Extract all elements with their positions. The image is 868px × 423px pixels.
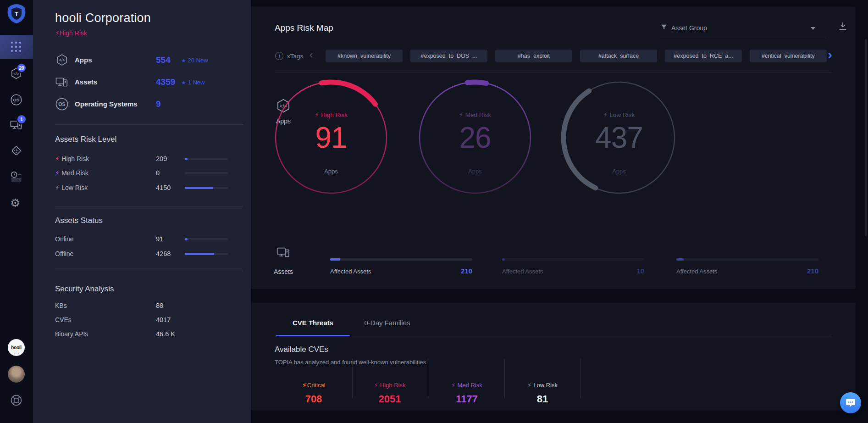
active-tab-underline	[276, 335, 350, 336]
chat-widget-button[interactable]	[840, 392, 861, 413]
org-summary-panel: hooli Corporation ⚡High Risk </> Apps 55…	[33, 0, 251, 423]
gauge-risk-label: ⚡ High Risk	[271, 111, 391, 118]
chevron-right-icon[interactable]: ›	[828, 47, 832, 62]
affected-assets-med: Affected Assets 10	[502, 258, 644, 275]
svg-text:</>: </>	[59, 58, 65, 62]
affected-assets-low: Affected Assets 210	[676, 258, 818, 275]
affected-assets-bar	[330, 258, 472, 261]
stat-low-risk: ⚡ Low Risk 81	[506, 382, 579, 405]
tab-cve-threats[interactable]: CVE Threats	[276, 319, 350, 330]
divider	[352, 359, 353, 398]
assets-monitor-icon	[276, 245, 291, 260]
section-title-security-analysis: Security Analysis	[55, 284, 114, 294]
gauge-risk-label: ⚡ Low Risk	[559, 111, 679, 118]
apps-new-count: ★ 20 New	[181, 57, 208, 64]
security-row-cves: CVEs 4017	[33, 315, 251, 325]
counter-row-apps[interactable]: </> Apps 554 ★ 20 New	[33, 53, 251, 70]
affected-assets-bar	[502, 258, 644, 261]
gauge-risk-label: ⚡ Med Risk	[415, 111, 535, 118]
xtags-nav-icon[interactable]	[10, 144, 23, 157]
divider	[275, 336, 832, 336]
bolt-icon: ⚡	[55, 169, 61, 177]
org-avatar[interactable]: hooli	[8, 339, 25, 356]
cve-threats-card: CVE Threats 0-Day Families Available CVE…	[251, 303, 856, 411]
download-icon[interactable]	[838, 21, 848, 31]
security-row-binary-apis: Binary APIs 46.6 K	[33, 329, 251, 340]
assets-new-count: ★ 1 New	[181, 79, 205, 86]
icon-rail: T </> 20 OS 1 ⚙ hooli	[0, 0, 33, 423]
chat-bubble-icon	[845, 397, 856, 408]
assets-monitor-icon	[55, 75, 69, 89]
chevron-left-icon[interactable]: ‹	[310, 49, 313, 61]
gauge-low-risk: ⚡ Low Risk 437 Apps	[559, 78, 679, 197]
gauge-unit: Apps	[415, 168, 535, 175]
security-row-kbs: KBs 88	[33, 301, 251, 311]
xtag-chip[interactable]: #attack_surface	[580, 50, 657, 62]
dashboard-grid-icon[interactable]	[11, 42, 22, 52]
asset-group-select[interactable]: Asset Group	[660, 22, 827, 36]
xtag-chip[interactable]: #exposed_to_DOS_...	[410, 50, 487, 62]
os-nav-icon[interactable]: OS	[10, 94, 22, 106]
gauge-high-risk: ⚡ High Risk 91 Apps	[271, 78, 391, 197]
affected-assets-high: Affected Assets 210	[330, 258, 472, 275]
gauge-unit: Apps	[271, 168, 391, 175]
section-title-assets-risk: Assets Risk Level	[55, 135, 116, 144]
risk-row-high: ⚡ High Risk 209	[33, 154, 251, 164]
divider	[581, 359, 581, 398]
divider	[504, 359, 505, 398]
status-bar-offline	[185, 253, 228, 255]
section-title-assets-status: Assets Status	[55, 216, 103, 225]
gauge-value: 91	[271, 118, 391, 157]
assets-nav-badge: 1	[17, 114, 27, 124]
chevron-down-icon	[811, 27, 815, 30]
risk-bar-low	[185, 187, 228, 189]
card-title: Apps Risk Map	[275, 23, 333, 33]
tab-zero-day-families[interactable]: 0-Day Families	[361, 319, 414, 330]
gauge-med-risk: ⚡ Med Risk 26 Apps	[415, 78, 535, 197]
divider	[275, 72, 832, 73]
assets-row-label: Assets	[272, 268, 294, 275]
status-row-online: Online 91	[33, 234, 251, 245]
divider	[55, 271, 243, 271]
gauge-value: 437	[559, 118, 679, 157]
counter-row-os[interactable]: OS Operating Systems 9	[33, 97, 251, 114]
stat-critical: ⚡⚡Critical 708	[277, 382, 350, 405]
xtag-chip[interactable]: #exposed_to_RCE_a...	[665, 50, 742, 62]
status-bar-online	[185, 238, 228, 240]
affected-assets-bar	[676, 258, 818, 261]
counter-row-assets[interactable]: Assets 4359 ★ 1 New	[33, 75, 251, 92]
topia-logo-icon[interactable]: T	[6, 3, 28, 25]
stat-med-risk: ⚡ Med Risk 1177	[430, 382, 503, 405]
bolt-icon: ⚡	[55, 184, 61, 191]
risk-row-low: ⚡ Low Risk 4150	[33, 183, 251, 193]
risk-row-med: ⚡ Med Risk 0	[33, 168, 251, 178]
xtag-chip[interactable]: #critical_vulnerability	[750, 50, 827, 62]
gauge-unit: Apps	[559, 168, 679, 175]
apps-risk-map-card: Apps Risk Map Asset Group i xTags ‹ #kno…	[251, 6, 856, 289]
user-avatar[interactable]	[8, 366, 25, 383]
divider	[428, 359, 428, 398]
select-underline	[660, 37, 827, 37]
org-risk-badge: ⚡High Risk	[55, 29, 87, 37]
topia-dashboard: T </> 20 OS 1 ⚙ hooli hooli Co	[0, 0, 868, 423]
risk-bar-med	[185, 172, 228, 174]
xtag-chip[interactable]: #known_vulnerability	[326, 50, 403, 62]
settings-gear-icon[interactable]: ⚙	[10, 196, 23, 210]
svg-text:T: T	[15, 11, 18, 17]
os-circle-icon: OS	[55, 97, 69, 111]
scrollbar-thumb[interactable]	[865, 39, 867, 236]
info-icon[interactable]: i	[275, 52, 283, 60]
svg-text:OS: OS	[58, 101, 65, 107]
xtags-chip-list: #known_vulnerability #exposed_to_DOS_...…	[326, 50, 827, 62]
xtags-label: xTags	[287, 53, 303, 60]
svg-text:OS: OS	[13, 97, 20, 102]
xtag-chip[interactable]: #has_exploit	[495, 50, 572, 62]
bolt-icon: ⚡	[55, 155, 61, 162]
tasks-report-nav-icon[interactable]	[10, 170, 23, 184]
help-lifebuoy-icon[interactable]	[10, 394, 23, 407]
divider	[55, 124, 243, 125]
gauge-value: 26	[415, 118, 535, 157]
divider	[55, 206, 243, 206]
risk-bar-high	[185, 158, 228, 160]
filter-funnel-icon	[660, 23, 668, 31]
